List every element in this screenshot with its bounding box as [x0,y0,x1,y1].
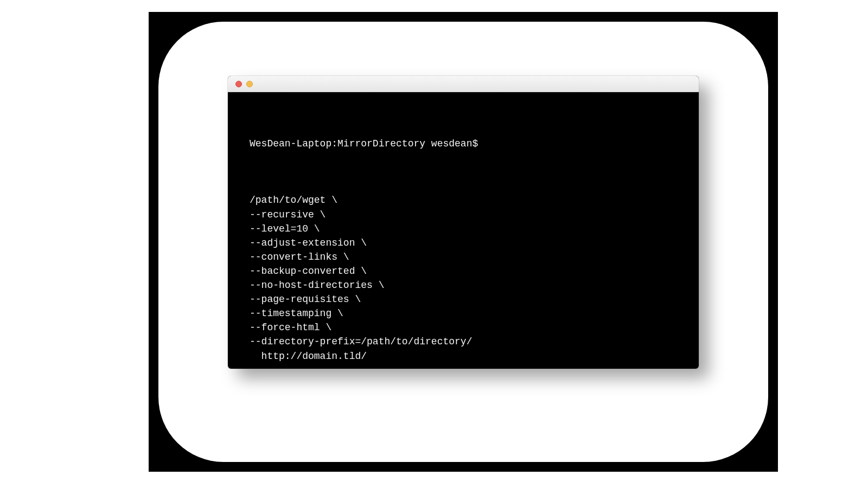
cmd-line-8: --timestamping \ [250,308,343,319]
terminal-body[interactable]: WesDean-Laptop:MirrorDirectory wesdean$ … [228,92,699,369]
command-block: /path/to/wget \ --recursive \ --level=10… [250,193,677,363]
close-icon[interactable] [235,81,242,87]
cmd-line-1: --recursive \ [250,209,326,220]
shell-prompt: WesDean-Laptop:MirrorDirectory wesdean$ [250,137,677,151]
cmd-line-11: http://domain.tld/ [250,351,367,362]
cmd-line-2: --level=10 \ [250,223,320,234]
cmd-line-5: --backup-converted \ [250,266,367,277]
window-titlebar [228,76,699,92]
cmd-line-6: --no-host-directories \ [250,280,384,291]
terminal-window: WesDean-Laptop:MirrorDirectory wesdean$ … [228,76,699,369]
cmd-line-7: --page-requisites \ [250,294,361,305]
cmd-line-10: --directory-prefix=/path/to/directory/ [250,336,472,347]
cmd-line-9: --force-html \ [250,322,331,333]
cmd-line-4: --convert-links \ [250,252,349,262]
minimize-icon[interactable] [246,81,253,87]
cmd-line-0: /path/to/wget \ [250,195,337,206]
cmd-line-3: --adjust-extension \ [250,237,367,248]
